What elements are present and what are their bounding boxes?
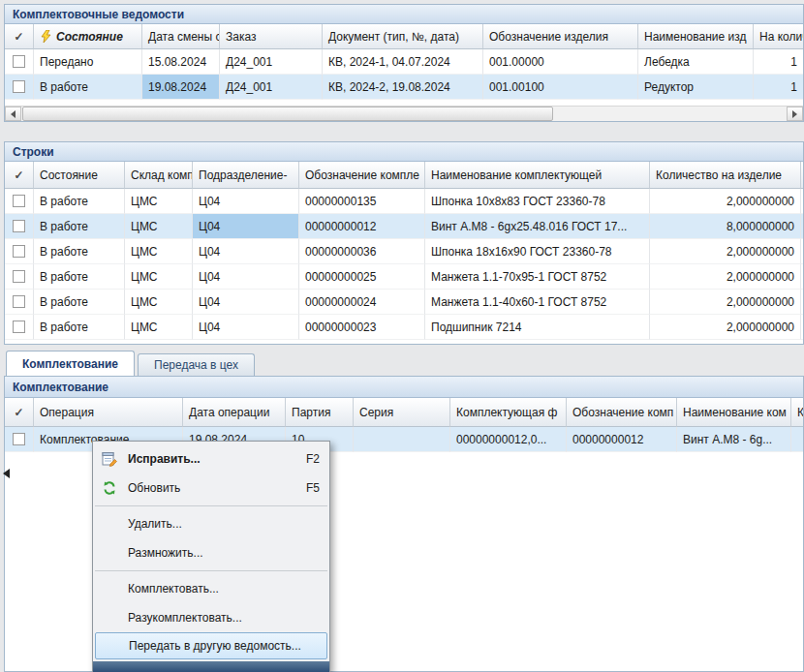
checkbox[interactable] [13,245,25,258]
table-row[interactable]: В работе ЦМС Ц04 00000000025 Манжета 1.1… [5,264,804,290]
checkbox[interactable] [13,80,25,93]
cell-name[interactable]: Винт А.М8 - 6g... [677,427,791,452]
cell-qty[interactable]: 2,000000000 [650,264,801,290]
cell-designation[interactable]: 001.00100 [483,75,638,100]
cell-department[interactable]: Ц04 [193,315,299,340]
column-header-date[interactable]: Дата операции [183,398,286,427]
cell-series[interactable] [354,427,450,452]
cell-state[interactable]: В работе [34,189,125,214]
cell-date[interactable]: 15.08.2024 [142,49,220,75]
column-header-qty[interactable]: Количество на изделие [650,162,801,189]
cell-order[interactable]: Д24_001 [220,49,323,75]
column-header-designation[interactable]: Обозначение изделия [483,24,638,49]
menu-item-razukomplektovat[interactable]: Разукомплектовать... [93,603,329,632]
column-header-component[interactable]: Комплектующая ф [450,398,567,427]
column-header-name[interactable]: Наименование изд [638,24,754,49]
column-header-designation[interactable]: Обозначение комп [567,398,677,427]
cell-date-focused[interactable]: 19.08.2024 [142,75,220,100]
row-checkbox-cell[interactable] [5,315,34,340]
column-header-designation[interactable]: Обозначение компле [299,162,425,189]
tab-peredacha-v-ceh[interactable]: Передача в цех [138,353,255,376]
scroll-right-button[interactable] [787,107,803,121]
column-header-state[interactable]: Состояние [34,24,142,49]
cell-designation[interactable]: 00000000024 [299,290,425,315]
cell-name[interactable]: Редуктор [638,75,754,100]
cell-warehouse[interactable]: ЦМС [125,264,193,290]
cell-name[interactable]: Манжета 1.1-40x60-1 ГОСТ 8752 [425,290,650,315]
cell-qty[interactable]: 2,000000000 [650,189,801,214]
column-header-qty[interactable]: К [791,398,804,427]
column-header-date[interactable]: Дата смены сост [142,24,220,49]
column-header-name[interactable]: Наименование комплектующей [425,162,650,189]
cell-qty[interactable]: 1 [754,49,804,75]
checkbox[interactable] [13,433,25,445]
column-header-order[interactable]: Заказ [220,24,323,49]
row-checkbox-cell[interactable] [5,214,34,239]
cell-name[interactable]: Подшипник 7214 [425,315,650,340]
cell-state[interactable]: В работе [34,75,142,100]
table-row[interactable]: Передано 15.08.2024 Д24_001 КВ, 2024-1, … [5,49,804,75]
row-checkbox-cell[interactable] [5,189,34,214]
column-header-operation[interactable]: Операция [34,398,183,427]
checkbox[interactable] [13,195,25,207]
cell-department-focused[interactable]: Ц04 [193,214,299,239]
checkbox[interactable] [13,321,25,333]
table-row[interactable]: В работе ЦМС Ц04 00000000024 Манжета 1.1… [5,290,804,315]
cell-name[interactable]: Лебедка [638,49,754,75]
scroll-left-button[interactable] [5,107,21,121]
menu-item-komplektovat[interactable]: Комплектовать... [93,574,329,603]
table-row-selected[interactable]: В работе 19.08.2024 Д24_001 КВ, 2024-2, … [5,75,804,100]
table-row[interactable]: В работе ЦМС Ц04 00000000023 Подшипник 7… [5,315,804,340]
checkbox[interactable] [13,220,25,232]
cell-department[interactable]: Ц04 [193,290,299,315]
cell-state[interactable]: В работе [34,264,125,290]
column-header-series[interactable]: Серия [354,398,450,427]
row-checkbox-cell[interactable] [5,49,34,75]
column-header-department[interactable]: Подразделение- [193,162,299,189]
cell-qty[interactable]: 2,000000000 [650,315,801,340]
menu-item-transfer-to-other-list[interactable]: Передать в другую ведомость... [95,632,327,659]
cell-warehouse[interactable]: ЦМС [125,290,193,315]
scrollbar-thumb[interactable] [22,107,553,121]
cell-department[interactable]: Ц04 [193,264,299,290]
cell-component[interactable]: 00000000012,0... [450,427,567,452]
table-row[interactable]: В работе ЦМС Ц04 00000000036 Шпонка 18x1… [5,239,804,264]
menu-item-refresh[interactable]: Обновить F5 [93,473,329,503]
cell-department[interactable]: Ц04 [193,239,299,264]
horizontal-scrollbar[interactable] [5,106,803,121]
tab-komplektovanie[interactable]: Комплектование [6,351,135,376]
cell-qty[interactable]: 1 [754,75,804,100]
row-checkbox-cell[interactable] [5,75,34,100]
cell-designation[interactable]: 00000000023 [299,315,425,340]
column-header-qty[interactable]: На колич [754,24,804,49]
cell-department[interactable]: Ц04 [193,189,299,214]
column-header-doc[interactable]: Документ (тип, №, дата) [323,24,483,49]
column-header-state[interactable]: Состояние [34,162,125,189]
cell-doc[interactable]: КВ, 2024-1, 04.07.2024 [323,49,483,75]
table-row[interactable]: В работе ЦМС Ц04 00000000135 Шпонка 10x8… [5,189,804,214]
select-all-header[interactable]: ✓ [5,162,34,189]
select-all-header[interactable]: ✓ [5,24,34,49]
cell-designation[interactable]: 00000000012 [299,214,425,239]
menu-item-edit[interactable]: Исправить... F2 [93,444,329,473]
cell-name[interactable]: Шпонка 10x8x83 ГОСТ 23360-78 [425,189,650,214]
cell-state[interactable]: Передано [34,49,142,75]
cell-warehouse[interactable]: ЦМС [125,214,193,239]
checkbox[interactable] [13,270,25,283]
row-checkbox-cell[interactable] [5,290,34,315]
cell-designation[interactable]: 00000000036 [299,239,425,264]
scroll-left-indicator[interactable] [3,469,10,478]
cell-designation[interactable]: 00000000025 [299,264,425,290]
cell-qty[interactable]: 2,000000000 [650,290,801,315]
row-checkbox-cell[interactable] [5,239,34,264]
cell-qty[interactable]: 2,000000000 [650,239,801,264]
cell-order[interactable]: Д24_001 [220,75,323,100]
cell-name[interactable]: Манжета 1.1-70x95-1 ГОСТ 8752 [425,264,650,290]
cell-name[interactable]: Винт А.М8 - 6gх25.48.016 ГОСТ 17... [425,214,650,239]
cell-state[interactable]: В работе [34,214,125,239]
select-all-header[interactable]: ✓ [5,398,34,427]
cell-doc[interactable]: КВ, 2024-2, 19.08.2024 [323,75,483,100]
checkbox[interactable] [13,55,25,68]
cell-designation[interactable]: 001.00000 [483,49,638,75]
column-header-warehouse[interactable]: Склад комп [125,162,193,189]
